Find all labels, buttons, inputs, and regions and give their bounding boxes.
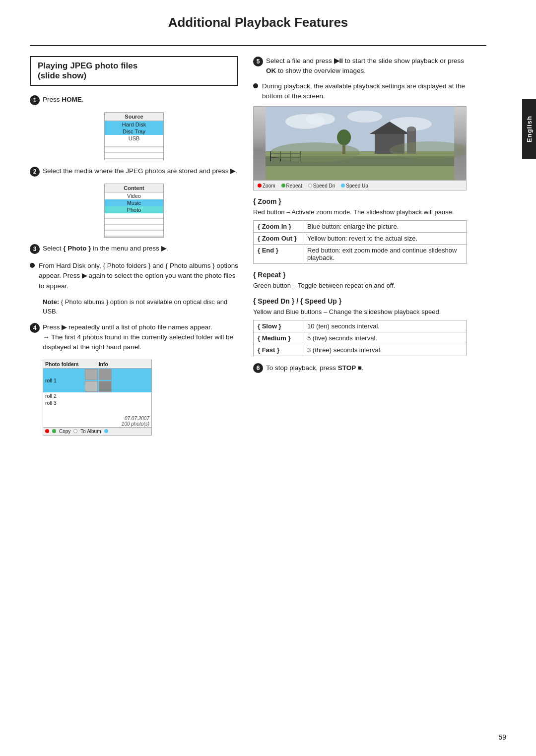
slideshow-preview-image (254, 107, 466, 180)
step-4-content: Press ▶ repeatedly until a list of photo… (43, 322, 238, 353)
side-tab: English (522, 99, 536, 159)
zoom-in-val: Blue button: enlarge the picture. (303, 220, 467, 232)
photo-folder-header: Photo folders Info (43, 360, 151, 369)
photo-folder-row-2: roll 2 (43, 392, 151, 399)
source-menu: Source Hard Disk Disc Tray USB (104, 112, 164, 160)
step-3-num: 3 (30, 244, 40, 254)
step-4: 4 Press ▶ repeatedly until a list of pho… (30, 322, 238, 353)
ctrl-speed-up: Speed Up (341, 183, 368, 189)
bullet-1: From Hard Disk only, { Photo folders } a… (30, 261, 238, 291)
side-tab-label: English (526, 116, 533, 142)
right-column: 5 Select a file and press ▶II to start t… (253, 56, 467, 441)
bullet-1-text: From Hard Disk only, { Photo folders } a… (39, 261, 238, 291)
photo-folder-box: Photo folders Info roll 1 (43, 360, 152, 436)
svg-point-18 (337, 129, 351, 145)
speed-slow-val: 10 (ten) seconds interval. (303, 320, 467, 332)
speed-medium-val: 5 (five) seconds interval. (303, 332, 467, 344)
speed-title: { Speed Dn } / { Speed Up } (253, 297, 467, 305)
step-5-num: 5 (253, 57, 263, 66)
section-heading-text: Playing JPEG photo files (slide show) (38, 61, 230, 81)
speed-row-fast: { Fast } 3 (three) seconds interval. (254, 344, 467, 356)
source-menu-header: Source (105, 113, 163, 121)
content-menu-photo: Photo (105, 206, 163, 213)
ctrl-zoom: Zoom (258, 183, 275, 189)
step-6: 6 To stop playback, press STOP ■. (253, 363, 467, 373)
step-3: 3 Select { Photo } in the menu and press… (30, 244, 238, 254)
zoom-row-in: { Zoom In } Blue button: enlarge the pic… (254, 220, 467, 232)
section-heading: Playing JPEG photo files (slide show) (30, 56, 238, 86)
step-2: 2 Select the media where the JPEG photos… (30, 166, 238, 177)
zoom-out-val: Yellow button: revert to the actual size… (303, 232, 467, 244)
step-6-content: To stop playback, press STOP ■. (266, 363, 364, 373)
slideshow-controls: Zoom Repeat Speed Dn Speed Up (254, 180, 466, 190)
photo-folder-footer: Copy To Album (43, 427, 151, 435)
step-5-content: Select a file and press ▶II to start the… (266, 56, 467, 76)
svg-point-3 (347, 111, 382, 123)
step-1: 1 Press HOME. (30, 95, 238, 105)
content-menu-video: Video (105, 192, 163, 199)
zoom-section: { Zoom } Red button – Activate zoom mode… (253, 197, 467, 264)
bullet-2-text: During playback, the available playback … (262, 81, 467, 102)
bullet-2: During playback, the available playback … (253, 81, 467, 102)
svg-point-20 (390, 141, 466, 159)
photo-folder-row-3: roll 3 (43, 399, 151, 406)
speed-slow-key: { Slow } (254, 320, 303, 332)
step-4-num: 4 (30, 323, 40, 333)
photo-folder-date: 07.07.2007 100 photo(s) (43, 415, 151, 427)
zoom-end-val: Red button: exit zoom mode and continue … (303, 244, 467, 263)
speed-medium-key: { Medium } (254, 332, 303, 344)
speed-fast-val: 3 (three) seconds interval. (303, 344, 467, 356)
left-column: Playing JPEG photo files (slide show) 1 … (30, 56, 238, 441)
photo-folder-row-1: roll 1 (43, 369, 151, 392)
speed-table: { Slow } 10 (ten) seconds interval. { Me… (253, 320, 467, 356)
content-menu: Content Video Music Photo (104, 184, 164, 238)
step-6-num: 6 (253, 363, 263, 373)
zoom-title: { Zoom } (253, 197, 467, 205)
speed-row-slow: { Slow } 10 (ten) seconds interval. (254, 320, 467, 332)
step-3-content: Select { Photo } in the menu and press ▶… (43, 244, 238, 253)
source-menu-item-harddisk: Hard Disk (105, 121, 163, 128)
content-menu-header: Content (105, 184, 163, 192)
step-5: 5 Select a file and press ▶II to start t… (253, 56, 467, 76)
repeat-desc: Green button – Toggle between repeat on … (253, 281, 467, 291)
note-box: Note: { Photo albums } option is not ava… (43, 297, 238, 316)
step-2-num: 2 (30, 167, 40, 177)
step-1-num: 1 (30, 95, 40, 105)
svg-point-2 (305, 113, 335, 125)
speed-desc: Yellow and Blue buttons – Change the sli… (253, 307, 467, 317)
page-title: Additional Playback Features (30, 15, 486, 35)
source-menu-item-disctray: Disc Tray (105, 128, 163, 135)
bullet-1-dot (30, 263, 35, 268)
content-menu-music: Music (105, 199, 163, 206)
zoom-table: { Zoom In } Blue button: enlarge the pic… (253, 220, 467, 264)
repeat-section: { Repeat } Green button – Toggle between… (253, 271, 467, 291)
step-2-content: Select the media where the JPEG photos a… (43, 166, 238, 176)
bullet-2-dot (253, 83, 258, 88)
source-menu-item-usb: USB (105, 135, 163, 142)
speed-row-medium: { Medium } 5 (five) seconds interval. (254, 332, 467, 344)
svg-point-19 (270, 142, 360, 162)
step-1-content: Press HOME. (43, 95, 238, 105)
zoom-row-end: { End } Red button: exit zoom mode and c… (254, 244, 467, 263)
zoom-desc: Red button – Activate zoom mode. The sli… (253, 207, 467, 217)
zoom-out-key: { Zoom Out } (254, 232, 303, 244)
zoom-row-out: { Zoom Out } Yellow button: revert to th… (254, 232, 467, 244)
repeat-title: { Repeat } (253, 271, 467, 279)
speed-section: { Speed Dn } / { Speed Up } Yellow and B… (253, 297, 467, 356)
zoom-end-key: { End } (254, 244, 303, 263)
speed-fast-key: { Fast } (254, 344, 303, 356)
zoom-in-key: { Zoom In } (254, 220, 303, 232)
slideshow-preview: Zoom Repeat Speed Dn Speed Up (253, 106, 467, 190)
ctrl-speed-dn: Speed Dn (308, 183, 335, 189)
svg-point-10 (407, 126, 416, 131)
ctrl-repeat: Repeat (281, 183, 302, 189)
page-number: 59 (498, 733, 506, 741)
